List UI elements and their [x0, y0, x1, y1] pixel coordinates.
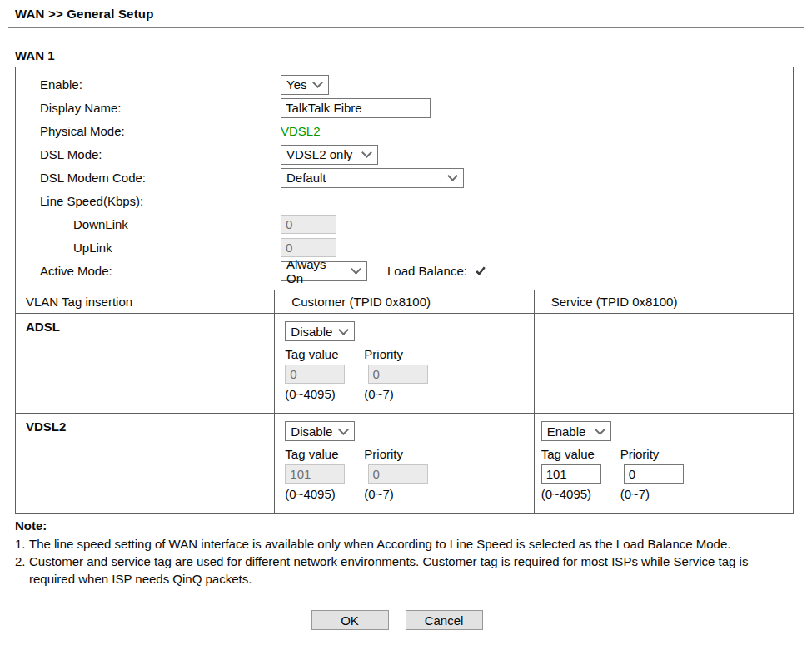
- dsl-mode-label: DSL Mode:: [16, 147, 281, 161]
- vlan-header-customer: Customer (TPID 0x8100): [275, 290, 534, 314]
- physical-mode-row: Physical Mode: VDSL2: [16, 120, 793, 142]
- vlan-adsl-label: ADSL: [16, 314, 275, 414]
- chevron-down-icon: [312, 77, 323, 88]
- downlink-input: [281, 215, 336, 234]
- active-mode-select[interactable]: Always On: [281, 261, 367, 281]
- line-speed-row: Line Speed(Kbps):: [16, 190, 793, 212]
- vlan-header-row: VLAN Tag insertion Customer (TPID 0x8100…: [16, 290, 794, 314]
- dsl-modem-code-select[interactable]: Default: [281, 168, 464, 188]
- display-name-input[interactable]: [281, 98, 431, 118]
- adsl-customer-tag-input: [285, 365, 345, 384]
- uplink-label: UpLink: [16, 241, 281, 255]
- priority-range-label: (0~7): [364, 487, 393, 501]
- active-mode-label: Active Mode:: [16, 264, 281, 278]
- dsl-mode-row: DSL Mode: VDSL2 only: [16, 143, 793, 166]
- uplink-row: UpLink: [16, 236, 793, 259]
- enable-select-value: Yes: [286, 77, 306, 92]
- vdsl2-service-cell: Enable Tag valuePriority (0~4095)(0~7): [534, 414, 793, 514]
- physical-mode-label: Physical Mode:: [16, 124, 281, 138]
- note-text: Customer and service tag are used for di…: [29, 553, 778, 588]
- cancel-button[interactable]: Cancel: [406, 610, 483, 630]
- active-mode-row: Active Mode: Always On Load Balance:: [16, 260, 793, 282]
- enable-select[interactable]: Yes: [281, 75, 329, 95]
- chevron-down-icon: [361, 147, 372, 158]
- vlan-header-service: Service (TPID 0x8100): [534, 290, 793, 314]
- vdsl2-customer-tag-input: [285, 464, 345, 484]
- note-number: 1.: [15, 535, 29, 553]
- note-item-2: 2. Customer and service tag are used for…: [15, 553, 778, 588]
- wan-general-setup-page: WAN >> General Setup WAN 1 Enable: Yes D…: [0, 0, 812, 630]
- vlan-vdsl2-label: VDSL2: [16, 414, 275, 514]
- vdsl2-customer-priority-input: [368, 464, 428, 484]
- vlan-row-vdsl2: VDSL2 Disable Tag valuePriority: [16, 414, 794, 514]
- load-balance-label: Load Balance:: [387, 264, 467, 278]
- downlink-label: DownLink: [16, 217, 281, 231]
- vlan-row-adsl: ADSL Disable Tag valuePriority: [16, 314, 794, 414]
- note-section: Note: 1. The line speed setting of WAN i…: [15, 519, 778, 588]
- display-name-label: Display Name:: [16, 101, 281, 115]
- note-text: The line speed setting of WAN interface …: [29, 535, 778, 553]
- dsl-mode-select[interactable]: VDSL2 only: [281, 145, 378, 165]
- header-divider: [8, 27, 804, 28]
- display-name-row: Display Name:: [16, 97, 793, 119]
- note-number: 2.: [15, 553, 29, 588]
- line-speed-label: Line Speed(Kbps):: [16, 194, 281, 208]
- chevron-down-icon: [447, 171, 458, 181]
- ok-button[interactable]: OK: [311, 610, 389, 630]
- uplink-input: [281, 238, 336, 257]
- tag-range-label: (0~4095): [285, 387, 364, 401]
- adsl-service-cell: [534, 314, 793, 414]
- priority-label: Priority: [364, 447, 403, 461]
- dsl-modem-code-label: DSL Modem Code:: [16, 171, 281, 185]
- vdsl2-customer-cell: Disable Tag valuePriority (0~4095)(0~7): [275, 414, 534, 514]
- vdsl2-service-mode-value: Enable: [547, 424, 586, 439]
- dsl-modem-code-row: DSL Modem Code: Default: [16, 166, 793, 189]
- tag-range-label: (0~4095): [285, 487, 364, 501]
- downlink-row: DownLink: [16, 213, 793, 236]
- enable-label: Enable:: [16, 77, 281, 92]
- vdsl2-service-priority-input[interactable]: [624, 464, 684, 484]
- action-buttons: OK Cancel: [0, 610, 794, 630]
- chevron-down-icon: [338, 325, 349, 335]
- note-item-1: 1. The line speed setting of WAN interfa…: [15, 535, 778, 553]
- priority-range-label: (0~7): [620, 487, 650, 501]
- vdsl2-customer-mode-select[interactable]: Disable: [285, 421, 355, 441]
- adsl-customer-cell: Disable Tag valuePriority (0~4095)(0~7): [275, 314, 534, 414]
- adsl-customer-mode-value: Disable: [291, 325, 332, 339]
- chevron-down-icon: [351, 264, 361, 275]
- tag-value-label: Tag value: [541, 447, 620, 461]
- page-title: WAN 1: [15, 48, 812, 62]
- physical-mode-value: VDSL2: [281, 124, 321, 138]
- priority-label: Priority: [364, 347, 403, 361]
- wan-settings-table: Enable: Yes Display Name: Phys: [15, 67, 794, 514]
- priority-range-label: (0~7): [364, 387, 393, 401]
- active-mode-select-value: Always On: [286, 257, 346, 285]
- wan-form-cell: Enable: Yes Display Name: Phys: [16, 67, 794, 290]
- tag-value-label: Tag value: [285, 447, 364, 461]
- note-title: Note:: [15, 519, 778, 533]
- dsl-modem-code-select-value: Default: [286, 171, 326, 185]
- vdsl2-service-tag-input[interactable]: [541, 464, 601, 484]
- priority-label: Priority: [620, 447, 660, 461]
- breadcrumb: WAN >> General Setup: [0, 7, 812, 21]
- chevron-down-icon: [595, 424, 605, 435]
- vdsl2-customer-mode-value: Disable: [291, 424, 332, 439]
- adsl-customer-mode-select[interactable]: Disable: [285, 321, 355, 341]
- tag-value-label: Tag value: [285, 347, 364, 361]
- dsl-mode-select-value: VDSL2 only: [286, 147, 352, 161]
- vlan-header-insertion: VLAN Tag insertion: [16, 290, 275, 314]
- vdsl2-service-mode-select[interactable]: Enable: [541, 421, 611, 441]
- enable-row: Enable: Yes: [16, 73, 793, 96]
- tag-range-label: (0~4095): [541, 487, 620, 501]
- load-balance-checkbox[interactable]: [474, 265, 487, 278]
- chevron-down-icon: [338, 424, 349, 435]
- adsl-customer-priority-input: [368, 365, 428, 384]
